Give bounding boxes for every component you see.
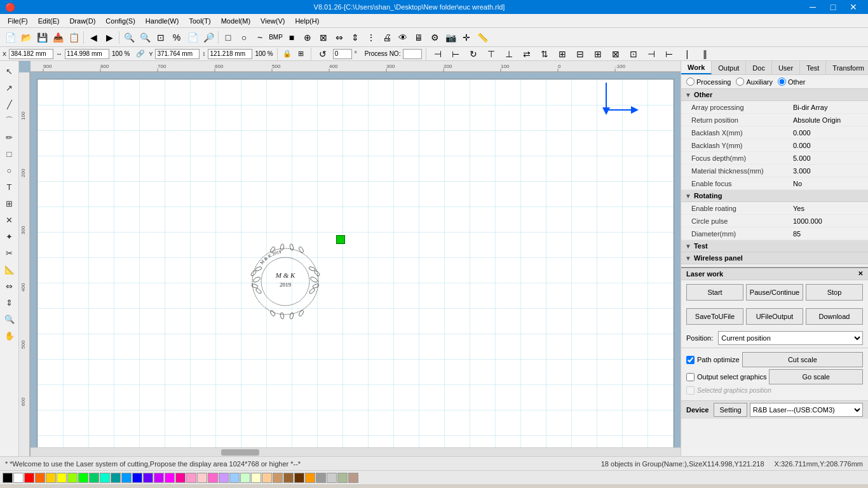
color-amber[interactable] [305, 473, 315, 483]
redo-button[interactable]: ▶ [102, 30, 117, 45]
menu-config[interactable]: Config(S) [100, 16, 140, 26]
close-button[interactable]: ✕ [844, 0, 863, 14]
tb2-5[interactable]: ⊥ [501, 46, 517, 62]
color-cyan-green[interactable] [100, 473, 110, 483]
array-tool[interactable]: ⊞ [2, 196, 17, 211]
zoom-percent-btn[interactable]: % [169, 30, 184, 45]
measure-tool[interactable]: 📐 [2, 262, 17, 277]
path-optimize-check[interactable] [686, 356, 695, 364]
horizontal-scrollbar[interactable] [31, 447, 681, 456]
color-sky-blue[interactable] [121, 473, 132, 483]
laser-work-close[interactable]: ✕ [858, 270, 863, 278]
color-pale-pink[interactable] [197, 473, 207, 483]
tb2-4[interactable]: ⊤ [484, 46, 499, 62]
import-button[interactable]: 📥 [50, 30, 65, 45]
canvas-area[interactable]: 900 800 700 600 500 400 300 200 100 0 -1… [19, 61, 681, 456]
color-gray[interactable] [316, 473, 326, 483]
section-rotating[interactable]: ▼ Rotating [681, 190, 868, 202]
text-tool[interactable]: T [2, 179, 17, 194]
align-h-tool[interactable]: ⇔ [332, 30, 347, 45]
h-scroll-thumb[interactable] [221, 449, 259, 456]
lock-size-button[interactable]: 🔒 [281, 48, 293, 60]
rect-draw[interactable]: □ [2, 146, 17, 161]
align-v-tool[interactable]: ⇕ [348, 30, 363, 45]
color-light-green[interactable] [240, 473, 250, 483]
color-sage[interactable] [337, 473, 348, 483]
savetoufile-button[interactable]: SaveToUFile [686, 308, 743, 325]
color-bright-yellow[interactable] [57, 473, 67, 483]
camera-tool[interactable]: 📷 [443, 30, 458, 45]
color-dark-brown[interactable] [294, 473, 304, 483]
color-red[interactable] [24, 473, 34, 483]
section-test[interactable]: ▼ Test [681, 240, 868, 252]
node-tool[interactable]: ⊠ [316, 30, 331, 45]
tab-user[interactable]: User [772, 61, 800, 74]
circle-tool[interactable]: ○ [236, 30, 252, 45]
radio-other[interactable]: Other [778, 78, 806, 86]
color-mauve[interactable] [348, 473, 358, 483]
color-black[interactable] [3, 473, 13, 483]
block-tool[interactable]: ■ [284, 30, 299, 45]
save-button[interactable]: 💾 [34, 30, 50, 45]
zoom-page-btn[interactable]: 📄 [185, 30, 200, 45]
crosshair-tool[interactable]: ✛ [459, 30, 474, 45]
zoom-select-btn[interactable]: 🔎 [201, 30, 216, 45]
tb2-3[interactable]: ↻ [466, 46, 481, 62]
bezier-tool[interactable]: ~ [252, 30, 268, 45]
monitor-tool[interactable]: 🖥 [411, 30, 426, 45]
bezier-draw[interactable]: ⌒ [2, 113, 17, 128]
radio-processing[interactable]: Processing [686, 78, 731, 86]
angle-input[interactable] [333, 49, 352, 59]
combine-tool[interactable]: ⊕ [300, 30, 315, 45]
color-light-gray[interactable] [327, 473, 337, 483]
zoom-fit-btn[interactable]: ⊡ [153, 30, 168, 45]
color-light-pink[interactable] [186, 473, 196, 483]
config-tool[interactable]: ⚙ [427, 30, 442, 45]
color-teal-green[interactable] [89, 473, 99, 483]
section-wireless[interactable]: ▼ Wireless panel [681, 252, 868, 264]
height-input[interactable] [208, 49, 252, 59]
selected-pos-check[interactable] [686, 386, 695, 395]
canvas-viewport[interactable]: M & K 2019 [31, 72, 681, 456]
ellipse-draw[interactable]: ○ [2, 163, 17, 178]
radio-auxiliary[interactable]: Auxiliary [736, 78, 773, 86]
zoom-out-btn[interactable]: 🔍 [137, 30, 153, 45]
color-hot-pink[interactable] [175, 473, 186, 483]
tb2-2[interactable]: ⊢ [448, 46, 463, 62]
menu-edit[interactable]: Edit(E) [33, 16, 65, 26]
color-yellow[interactable] [46, 473, 56, 483]
zoom-in-btn[interactable]: 🔍 [121, 30, 137, 45]
color-orange[interactable] [35, 473, 45, 483]
distribute-tool[interactable]: ⋮ [363, 30, 379, 45]
tb2-15[interactable]: | [679, 46, 695, 62]
color-white[interactable] [13, 473, 24, 483]
tb2-16[interactable]: ‖ [697, 46, 712, 62]
section-other[interactable]: ▼ Other [681, 89, 868, 101]
color-peach[interactable] [262, 473, 272, 483]
tab-output[interactable]: Output [712, 61, 746, 74]
stop-button[interactable]: Stop [806, 284, 863, 301]
device-select[interactable]: R&B Laser---(USB:COM3) [750, 403, 863, 417]
minimize-button[interactable]: ─ [803, 0, 822, 14]
menu-view[interactable]: View(V) [255, 16, 290, 26]
menu-model[interactable]: Model(M) [216, 16, 255, 26]
tb2-1[interactable]: ⊣ [430, 46, 445, 62]
color-brown[interactable] [283, 473, 294, 483]
undo-button[interactable]: ◀ [86, 30, 101, 45]
position-select[interactable]: Current position Absolute Origin Machine… [718, 331, 863, 345]
canvas-drawing-area[interactable]: M & K 2019 [37, 79, 674, 450]
device-setting-button[interactable]: Setting [714, 403, 747, 417]
color-light-yellow[interactable] [251, 473, 261, 483]
tb2-10[interactable]: ⊞ [590, 46, 606, 62]
download-button[interactable]: Download [806, 308, 863, 325]
rect-tool[interactable]: □ [220, 30, 236, 45]
color-purple[interactable] [154, 473, 164, 483]
menu-file[interactable]: File(F) [3, 16, 33, 26]
y-input[interactable] [155, 49, 200, 59]
cut-scale-button[interactable]: Cut scale [742, 352, 863, 367]
rotate-ccw-button[interactable]: ↺ [315, 46, 330, 62]
tb2-14[interactable]: ⊢ [661, 46, 677, 62]
zoom-canvas[interactable]: 🔍 [2, 311, 17, 327]
flip-tool[interactable]: ⇕ [2, 295, 17, 310]
tab-work[interactable]: Work [681, 61, 712, 74]
